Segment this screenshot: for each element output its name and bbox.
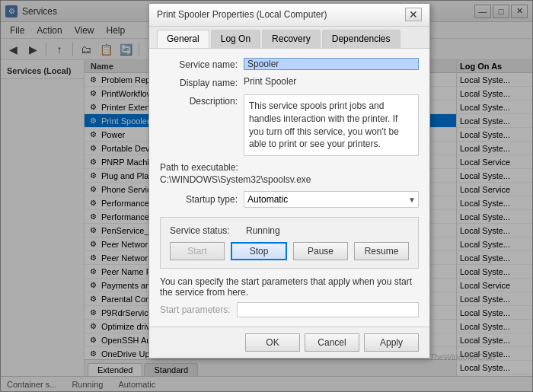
ok-button[interactable]: OK — [245, 333, 300, 352]
cancel-button[interactable]: Cancel — [305, 333, 359, 352]
path-value: C:\WINDOWS\System32\spoolsv.exe — [160, 174, 419, 185]
dialog-title-bar: Print Spooler Properties (Local Computer… — [149, 4, 429, 27]
apply-button[interactable]: Apply — [364, 333, 419, 352]
start-service-button[interactable]: Start — [170, 242, 225, 260]
startup-type-select[interactable]: AutomaticManualDisabledAutomatic (Delaye… — [244, 191, 419, 208]
params-row: Start parameters: — [160, 302, 419, 317]
tab-general[interactable]: General — [157, 30, 209, 48]
dialog-close-button[interactable]: ✕ — [405, 8, 422, 21]
tab-recovery[interactable]: Recovery — [262, 30, 321, 48]
service-status-value: Running — [246, 225, 280, 236]
pause-service-button[interactable]: Pause — [293, 242, 348, 260]
stop-service-button[interactable]: Stop — [231, 242, 287, 260]
display-name-label: Display name: — [160, 76, 244, 88]
display-name-row: Display name: Print Spooler — [160, 76, 419, 88]
startup-label: Startup type: — [160, 194, 244, 205]
description-row: Description: This service spools print j… — [160, 94, 419, 156]
start-parameters-input[interactable] — [237, 302, 419, 317]
display-name-value: Print Spooler — [244, 76, 419, 87]
dialog-content: Service name: Spooler Display name: Prin… — [149, 49, 429, 327]
params-section: You can specify the start parameters tha… — [160, 276, 419, 317]
properties-dialog: Print Spooler Properties (Local Computer… — [148, 3, 430, 359]
path-label: Path to executable: — [160, 162, 419, 173]
resume-service-button[interactable]: Resume — [354, 242, 409, 260]
service-name-value: Spooler — [244, 58, 419, 70]
dialog-tabs: General Log On Recovery Dependencies — [149, 27, 429, 49]
tab-logon[interactable]: Log On — [211, 30, 260, 48]
dialog-title: Print Spooler Properties (Local Computer… — [157, 9, 327, 20]
description-label: Description: — [160, 94, 244, 107]
dialog-overlay: Print Spooler Properties (Local Computer… — [0, 0, 533, 392]
status-line: Service status: Running — [170, 225, 409, 236]
description-value: This service spools print jobs and handl… — [244, 94, 419, 156]
startup-select-wrapper: AutomaticManualDisabledAutomatic (Delaye… — [244, 191, 419, 208]
dialog-footer: OK Cancel Apply — [149, 327, 429, 358]
params-description: You can specify the start parameters tha… — [160, 276, 419, 298]
service-status-section: Service status: Running Start Stop Pause… — [160, 217, 419, 269]
service-status-label: Service status: — [170, 225, 246, 236]
path-section: Path to executable: C:\WINDOWS\System32\… — [160, 162, 419, 185]
service-name-row: Service name: Spooler — [160, 58, 419, 70]
params-label: Start parameters: — [160, 304, 231, 315]
service-name-label: Service name: — [160, 58, 244, 70]
tab-dependencies[interactable]: Dependencies — [322, 30, 401, 48]
service-control-buttons: Start Stop Pause Resume — [170, 242, 409, 260]
startup-row: Startup type: AutomaticManualDisabledAut… — [160, 191, 419, 208]
